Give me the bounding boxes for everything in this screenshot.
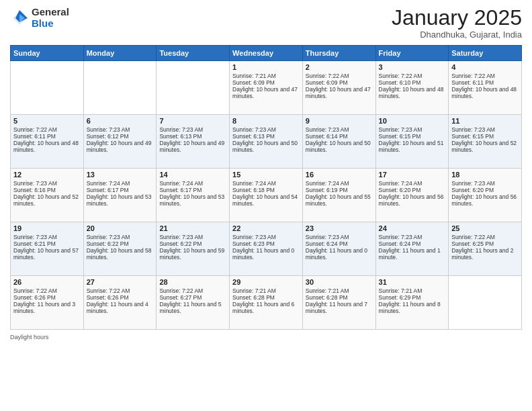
sunrise-text: Sunrise: 7:22 AM bbox=[13, 126, 81, 133]
weekday-header-monday: Monday bbox=[83, 46, 157, 61]
sunset-text: Sunset: 6:13 PM bbox=[159, 133, 226, 140]
daylight-text: Daylight: 10 hours and 48 minutes. bbox=[379, 86, 446, 99]
sunrise-text: Sunrise: 7:21 AM bbox=[232, 73, 300, 79]
daylight-text: Daylight: 10 hours and 53 minutes. bbox=[159, 193, 226, 207]
day-number: 17 bbox=[379, 171, 446, 179]
sunrise-text: Sunrise: 7:22 AM bbox=[379, 73, 446, 79]
day-number: 2 bbox=[306, 63, 373, 71]
sunrise-text: Sunrise: 7:23 AM bbox=[87, 126, 154, 133]
day-number: 25 bbox=[451, 224, 519, 232]
daylight-text: Daylight: 10 hours and 49 minutes. bbox=[159, 140, 226, 153]
sunset-text: Sunset: 6:15 PM bbox=[451, 133, 519, 140]
sunrise-text: Sunrise: 7:23 AM bbox=[13, 234, 81, 240]
daylight-text: Daylight: 10 hours and 48 minutes. bbox=[451, 86, 519, 99]
calendar-cell bbox=[83, 61, 157, 115]
logo-general: General bbox=[32, 7, 69, 18]
daylight-text: Daylight: 11 hours and 4 minutes. bbox=[87, 301, 154, 314]
day-number: 31 bbox=[379, 278, 446, 286]
calendar-cell: 12Sunrise: 7:23 AMSunset: 6:16 PMDayligh… bbox=[11, 169, 84, 222]
sunset-text: Sunset: 6:13 PM bbox=[232, 133, 300, 140]
sunrise-text: Sunrise: 7:23 AM bbox=[451, 180, 519, 187]
sunrise-text: Sunrise: 7:21 AM bbox=[232, 287, 300, 294]
daylight-text: Daylight: 10 hours and 57 minutes. bbox=[13, 247, 81, 261]
day-number: 15 bbox=[232, 171, 300, 179]
day-number: 8 bbox=[232, 117, 300, 125]
weekday-header-wednesday: Wednesday bbox=[230, 46, 303, 61]
calendar-cell: 2Sunrise: 7:22 AMSunset: 6:09 PMDaylight… bbox=[302, 61, 375, 115]
sunset-text: Sunset: 6:19 PM bbox=[306, 187, 373, 193]
sunrise-text: Sunrise: 7:23 AM bbox=[306, 126, 373, 133]
sunset-text: Sunset: 6:22 PM bbox=[87, 240, 154, 247]
daylight-text: Daylight: 10 hours and 53 minutes. bbox=[87, 193, 154, 207]
day-number: 22 bbox=[232, 224, 300, 232]
sunset-text: Sunset: 6:23 PM bbox=[232, 240, 300, 247]
calendar-cell: 3Sunrise: 7:22 AMSunset: 6:10 PMDaylight… bbox=[375, 61, 449, 115]
sunset-text: Sunset: 6:24 PM bbox=[379, 240, 446, 247]
calendar-cell: 26Sunrise: 7:22 AMSunset: 6:26 PMDayligh… bbox=[11, 276, 84, 330]
daylight-text: Daylight: 10 hours and 51 minutes. bbox=[379, 140, 446, 153]
day-number: 19 bbox=[13, 224, 81, 232]
calendar-cell: 9Sunrise: 7:23 AMSunset: 6:14 PMDaylight… bbox=[302, 115, 375, 169]
day-number: 3 bbox=[379, 63, 446, 71]
sunset-text: Sunset: 6:26 PM bbox=[87, 294, 154, 301]
daylight-text: Daylight: 10 hours and 50 minutes. bbox=[232, 140, 300, 153]
weekday-header-row: SundayMondayTuesdayWednesdayThursdayFrid… bbox=[11, 46, 522, 61]
sunrise-text: Sunrise: 7:23 AM bbox=[306, 234, 373, 240]
daylight-text: Daylight: 10 hours and 52 minutes. bbox=[13, 193, 81, 207]
sunrise-text: Sunrise: 7:24 AM bbox=[159, 180, 226, 187]
daylight-text: Daylight: 11 hours and 8 minutes. bbox=[379, 301, 446, 314]
sunrise-text: Sunrise: 7:24 AM bbox=[379, 180, 446, 187]
day-number: 24 bbox=[379, 224, 446, 232]
sunrise-text: Sunrise: 7:22 AM bbox=[306, 73, 373, 79]
logo-blue: Blue bbox=[32, 18, 69, 30]
day-number: 16 bbox=[306, 171, 373, 179]
week-row-4: 19Sunrise: 7:23 AMSunset: 6:21 PMDayligh… bbox=[11, 222, 522, 276]
sunrise-text: Sunrise: 7:23 AM bbox=[451, 126, 519, 133]
calendar-cell: 21Sunrise: 7:23 AMSunset: 6:22 PMDayligh… bbox=[157, 222, 230, 276]
daylight-text: Daylight: 10 hours and 49 minutes. bbox=[87, 140, 154, 153]
sunset-text: Sunset: 6:29 PM bbox=[379, 294, 446, 301]
month-title: January 2025 bbox=[392, 7, 522, 28]
day-number: 28 bbox=[159, 278, 226, 286]
day-number: 23 bbox=[306, 224, 373, 232]
day-number: 29 bbox=[232, 278, 300, 286]
daylight-text: Daylight: 11 hours and 2 minutes. bbox=[451, 247, 519, 261]
sunset-text: Sunset: 6:17 PM bbox=[87, 187, 154, 193]
daylight-text: Daylight: 10 hours and 52 minutes. bbox=[451, 140, 519, 153]
day-number: 26 bbox=[13, 278, 81, 286]
day-number: 27 bbox=[87, 278, 154, 286]
calendar-cell: 8Sunrise: 7:23 AMSunset: 6:13 PMDaylight… bbox=[230, 115, 303, 169]
sunset-text: Sunset: 6:09 PM bbox=[232, 79, 300, 86]
sunset-text: Sunset: 6:20 PM bbox=[379, 187, 446, 193]
sunset-text: Sunset: 6:14 PM bbox=[306, 133, 373, 140]
daylight-text: Daylight: 10 hours and 58 minutes. bbox=[87, 247, 154, 261]
sunrise-text: Sunrise: 7:23 AM bbox=[13, 180, 81, 187]
daylight-text: Daylight: 11 hours and 1 minute. bbox=[379, 247, 446, 261]
calendar-cell: 24Sunrise: 7:23 AMSunset: 6:24 PMDayligh… bbox=[375, 222, 449, 276]
day-number: 13 bbox=[87, 171, 154, 179]
weekday-header-friday: Friday bbox=[375, 46, 449, 61]
calendar-cell bbox=[11, 61, 84, 115]
day-number: 21 bbox=[159, 224, 226, 232]
sunset-text: Sunset: 6:22 PM bbox=[159, 240, 226, 247]
daylight-text: Daylight: 10 hours and 54 minutes. bbox=[232, 193, 300, 207]
daylight-text: Daylight: 10 hours and 50 minutes. bbox=[306, 140, 373, 153]
calendar-cell: 14Sunrise: 7:24 AMSunset: 6:17 PMDayligh… bbox=[157, 169, 230, 222]
calendar-cell: 22Sunrise: 7:23 AMSunset: 6:23 PMDayligh… bbox=[230, 222, 303, 276]
logo-text: General Blue bbox=[32, 7, 69, 29]
location: Dhandhuka, Gujarat, India bbox=[392, 30, 522, 40]
daylight-text: Daylight: 10 hours and 48 minutes. bbox=[13, 140, 81, 153]
footer: Daylight hours bbox=[10, 334, 522, 340]
sunrise-text: Sunrise: 7:23 AM bbox=[87, 234, 154, 240]
sunset-text: Sunset: 6:20 PM bbox=[451, 187, 519, 193]
logo: General Blue bbox=[10, 7, 69, 29]
day-number: 11 bbox=[451, 117, 519, 125]
calendar-cell: 6Sunrise: 7:23 AMSunset: 6:12 PMDaylight… bbox=[83, 115, 157, 169]
sunrise-text: Sunrise: 7:24 AM bbox=[87, 180, 154, 187]
calendar-cell: 16Sunrise: 7:24 AMSunset: 6:19 PMDayligh… bbox=[302, 169, 375, 222]
sunrise-text: Sunrise: 7:23 AM bbox=[232, 126, 300, 133]
sunrise-text: Sunrise: 7:22 AM bbox=[451, 73, 519, 79]
calendar-cell bbox=[157, 61, 230, 115]
daylight-text: Daylight: 11 hours and 6 minutes. bbox=[232, 301, 300, 314]
calendar-cell: 31Sunrise: 7:21 AMSunset: 6:29 PMDayligh… bbox=[375, 276, 449, 330]
